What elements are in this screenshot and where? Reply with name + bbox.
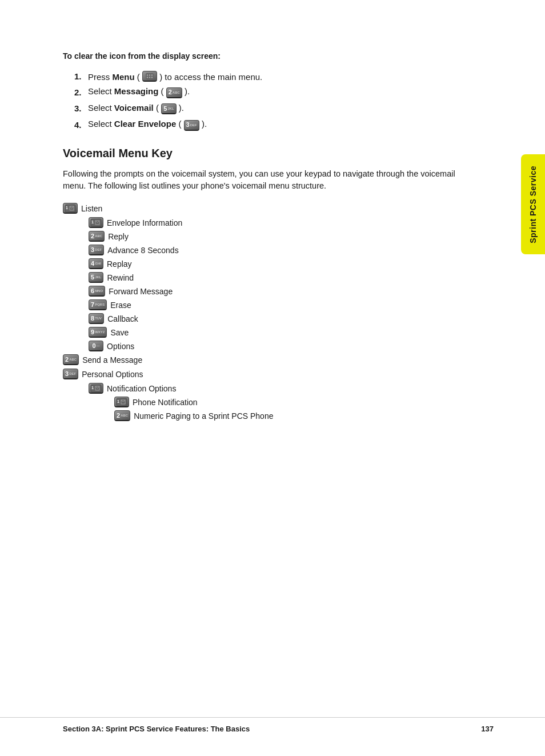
svg-text:1: 1 <box>117 399 119 403</box>
key-3def-personal: 3DEF <box>63 369 78 379</box>
menu-tree: 1 Listen 1 Envelope Information 2 <box>63 203 494 421</box>
menu-item-erase: 7PQRS Erase <box>89 299 494 310</box>
section-body: Following the prompts on the voicemail s… <box>63 168 463 193</box>
section-heading: Voicemail Menu Key <box>63 147 494 160</box>
intro-heading: To clear the icon from the display scree… <box>63 51 494 61</box>
menu-item-personal-options: 3DEF Personal Options <box>63 369 494 379</box>
key-2abc-send: 2ABC <box>63 354 79 365</box>
side-tab-text: Sprint PCS Service <box>528 166 538 243</box>
key-2abc-numeric: 2ABC <box>114 410 130 421</box>
erase-label: Erase <box>110 301 131 310</box>
personal-options-label: Personal Options <box>82 370 143 379</box>
svg-point-2 <box>149 74 150 75</box>
phone-notification-label: Phone Notification <box>133 398 198 407</box>
key-5jkl-rewind: 5JKL <box>89 272 103 283</box>
step-4: 4. Select Clear Envelope ( 3DEF ). <box>74 119 494 131</box>
forward-label: Forward Message <box>109 287 173 296</box>
menu-key-icon <box>142 71 157 82</box>
key-2abc-reply: 2ABC <box>89 231 105 242</box>
key-1env-sub1: 1 <box>89 217 103 228</box>
step-1: 1. Press Menu ( ) to access the main men… <box>74 71 494 82</box>
menu-item-callback: 8TUV Callback <box>89 313 494 324</box>
menu-item-listen: 1 Listen <box>63 203 494 214</box>
notification-options-label: Notification Options <box>107 384 176 393</box>
key-6mno-forward: 6MNO <box>89 286 105 297</box>
key-7pqrs-erase: 7PQRS <box>89 299 107 310</box>
svg-point-4 <box>147 77 148 78</box>
svg-point-3 <box>151 74 153 75</box>
footer-right: 137 <box>481 725 494 733</box>
rewind-label: Rewind <box>107 273 134 282</box>
menu-item-rewind: 5JKL Rewind <box>89 272 494 283</box>
menu-item-reply: 2ABC Reply <box>89 231 494 242</box>
side-tab: Sprint PCS Service <box>521 154 545 254</box>
listen-label: Listen <box>81 204 102 213</box>
svg-point-1 <box>147 74 148 75</box>
key-1-envelope: 1 <box>63 203 78 214</box>
envelope-info-label: Envelope Information <box>107 218 182 227</box>
svg-text:1: 1 <box>91 386 94 390</box>
key-9wxyz-save: 9WXYZ <box>89 327 107 338</box>
svg-text:1: 1 <box>66 206 68 210</box>
key-1env-phone: 1 <box>114 397 129 407</box>
key-1env-notif: 1 <box>89 383 103 394</box>
svg-point-6 <box>151 77 153 78</box>
key-2abc: 2ABC <box>166 87 182 98</box>
advance-label: Advance 8 Seconds <box>107 246 179 255</box>
menu-item-save: 9WXYZ Save <box>89 327 494 338</box>
menu-item-forward: 6MNO Forward Message <box>89 286 494 297</box>
send-message-label: Send a Message <box>82 355 142 365</box>
key-5jkl: 5JKL <box>161 103 176 114</box>
key-8tuv-callback: 8TUV <box>89 313 104 324</box>
menu-item-envelope-info: 1 Envelope Information <box>89 217 494 228</box>
key-3def-advance: 3DEF <box>89 245 104 255</box>
menu-item-options: 0— Options <box>89 341 494 351</box>
page-container: Sprint PCS Service To clear the icon fro… <box>0 0 545 756</box>
svg-rect-0 <box>146 73 154 79</box>
svg-text:1: 1 <box>91 220 94 224</box>
key-0-options: 0— <box>89 341 103 351</box>
options-label: Options <box>107 342 134 351</box>
key-3def: 3DEF <box>184 120 199 131</box>
menu-item-notification-options: 1 Notification Options <box>89 383 494 394</box>
replay-label: Replay <box>107 259 132 269</box>
step-3: 3. Select Voicemail ( 5JKL ). <box>74 103 494 115</box>
callback-label: Callback <box>107 314 138 323</box>
menu-item-advance: 3DEF Advance 8 Seconds <box>89 245 494 255</box>
reply-label: Reply <box>108 232 129 241</box>
svg-point-5 <box>149 77 150 78</box>
key-4ghi-replay: 4GHI <box>89 258 103 269</box>
step-2: 2. Select Messaging ( 2ABC ). <box>74 86 494 98</box>
numbered-steps: 1. Press Menu ( ) to access the main men… <box>74 71 494 131</box>
page-footer: Section 3A: Sprint PCS Service Features:… <box>0 717 545 733</box>
menu-item-replay: 4GHI Replay <box>89 258 494 269</box>
save-label: Save <box>110 328 129 337</box>
menu-item-numeric-paging: 2ABC Numeric Paging to a Sprint PCS Phon… <box>114 410 494 421</box>
menu-item-send-message: 2ABC Send a Message <box>63 354 494 365</box>
menu-item-phone-notification: 1 Phone Notification <box>114 397 494 407</box>
footer-left: Section 3A: Sprint PCS Service Features:… <box>63 725 250 733</box>
numeric-paging-label: Numeric Paging to a Sprint PCS Phone <box>134 411 273 421</box>
